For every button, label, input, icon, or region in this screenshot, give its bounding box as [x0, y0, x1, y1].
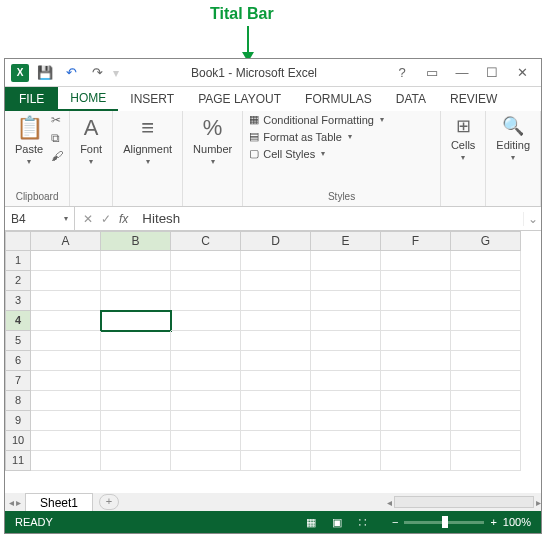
cell-c7[interactable] [171, 371, 241, 391]
row-header-9[interactable]: 9 [5, 411, 31, 431]
tab-review[interactable]: REVIEW [438, 87, 509, 111]
alignment-button[interactable]: ≡ Alignment ▾ [119, 113, 176, 168]
row-header-2[interactable]: 2 [5, 271, 31, 291]
cell-g9[interactable] [451, 411, 521, 431]
cell-f2[interactable] [381, 271, 451, 291]
horizontal-scrollbar[interactable] [394, 496, 534, 508]
cell-b4[interactable] [101, 311, 171, 331]
cell-c11[interactable] [171, 451, 241, 471]
close-button[interactable]: ✕ [511, 63, 533, 83]
cell-b11[interactable] [101, 451, 171, 471]
row-header-6[interactable]: 6 [5, 351, 31, 371]
cut-button[interactable]: ✂ [51, 113, 63, 127]
tab-formulas[interactable]: FORMULAS [293, 87, 384, 111]
zoom-level[interactable]: 100% [503, 516, 531, 528]
row-header-5[interactable]: 5 [5, 331, 31, 351]
cell-b3[interactable] [101, 291, 171, 311]
cell-f1[interactable] [381, 251, 451, 271]
column-header-g[interactable]: G [451, 231, 521, 251]
cell-a11[interactable] [31, 451, 101, 471]
cell-d8[interactable] [241, 391, 311, 411]
hscroll-right[interactable]: ▸ [536, 497, 541, 508]
hscroll-left[interactable]: ◂ [387, 497, 392, 508]
expand-formula-bar-button[interactable]: ⌄ [523, 212, 541, 226]
cell-a5[interactable] [31, 331, 101, 351]
cell-e3[interactable] [311, 291, 381, 311]
cell-d11[interactable] [241, 451, 311, 471]
cell-d10[interactable] [241, 431, 311, 451]
column-header-d[interactable]: D [241, 231, 311, 251]
save-button[interactable]: 💾 [35, 63, 55, 83]
cell-c8[interactable] [171, 391, 241, 411]
editing-button[interactable]: 🔍 Editing ▾ [492, 113, 534, 164]
cell-a1[interactable] [31, 251, 101, 271]
cell-g5[interactable] [451, 331, 521, 351]
cell-e10[interactable] [311, 431, 381, 451]
cell-g7[interactable] [451, 371, 521, 391]
page-layout-view-button[interactable]: ▣ [328, 514, 346, 530]
redo-button[interactable]: ↷ [87, 63, 107, 83]
column-header-b[interactable]: B [101, 231, 171, 251]
cell-f7[interactable] [381, 371, 451, 391]
cell-a3[interactable] [31, 291, 101, 311]
row-header-4[interactable]: 4 [5, 311, 31, 331]
cell-g1[interactable] [451, 251, 521, 271]
row-header-7[interactable]: 7 [5, 371, 31, 391]
cell-e8[interactable] [311, 391, 381, 411]
row-header-10[interactable]: 10 [5, 431, 31, 451]
name-box[interactable]: B4 ▾ [5, 207, 75, 230]
row-header-3[interactable]: 3 [5, 291, 31, 311]
zoom-out-button[interactable]: − [392, 516, 398, 528]
cell-g2[interactable] [451, 271, 521, 291]
cell-b6[interactable] [101, 351, 171, 371]
cell-a2[interactable] [31, 271, 101, 291]
cell-a7[interactable] [31, 371, 101, 391]
cell-b7[interactable] [101, 371, 171, 391]
add-sheet-button[interactable]: + [99, 494, 119, 510]
cell-f11[interactable] [381, 451, 451, 471]
format-painter-button[interactable]: 🖌 [51, 149, 63, 163]
help-button[interactable]: ? [391, 63, 413, 83]
cell-d1[interactable] [241, 251, 311, 271]
cell-f8[interactable] [381, 391, 451, 411]
column-header-a[interactable]: A [31, 231, 101, 251]
cell-b8[interactable] [101, 391, 171, 411]
row-header-1[interactable]: 1 [5, 251, 31, 271]
formula-input[interactable] [136, 211, 523, 226]
cell-b1[interactable] [101, 251, 171, 271]
ribbon-display-button[interactable]: ▭ [421, 63, 443, 83]
cell-g11[interactable] [451, 451, 521, 471]
cell-e4[interactable] [311, 311, 381, 331]
cell-c10[interactable] [171, 431, 241, 451]
cell-a9[interactable] [31, 411, 101, 431]
cell-d3[interactable] [241, 291, 311, 311]
copy-button[interactable]: ⧉ [51, 131, 63, 145]
cell-styles-button[interactable]: ▢Cell Styles▾ [249, 147, 434, 160]
cell-a6[interactable] [31, 351, 101, 371]
cell-c2[interactable] [171, 271, 241, 291]
number-button[interactable]: % Number ▾ [189, 113, 236, 168]
cell-f9[interactable] [381, 411, 451, 431]
column-header-c[interactable]: C [171, 231, 241, 251]
cell-g8[interactable] [451, 391, 521, 411]
cell-d4[interactable] [241, 311, 311, 331]
page-break-view-button[interactable]: ⸬ [354, 514, 372, 530]
cell-c9[interactable] [171, 411, 241, 431]
cell-a10[interactable] [31, 431, 101, 451]
cell-c5[interactable] [171, 331, 241, 351]
cell-d6[interactable] [241, 351, 311, 371]
cell-d5[interactable] [241, 331, 311, 351]
cell-f6[interactable] [381, 351, 451, 371]
excel-logo-icon[interactable]: X [11, 64, 29, 82]
cell-b10[interactable] [101, 431, 171, 451]
insert-function-button[interactable]: fx [119, 212, 128, 226]
cell-e11[interactable] [311, 451, 381, 471]
cell-d7[interactable] [241, 371, 311, 391]
column-header-e[interactable]: E [311, 231, 381, 251]
cell-f5[interactable] [381, 331, 451, 351]
cell-f4[interactable] [381, 311, 451, 331]
cell-b2[interactable] [101, 271, 171, 291]
zoom-in-button[interactable]: + [490, 516, 496, 528]
spreadsheet-grid[interactable]: ABCDEFG 1234567891011 [5, 231, 541, 493]
cell-g6[interactable] [451, 351, 521, 371]
